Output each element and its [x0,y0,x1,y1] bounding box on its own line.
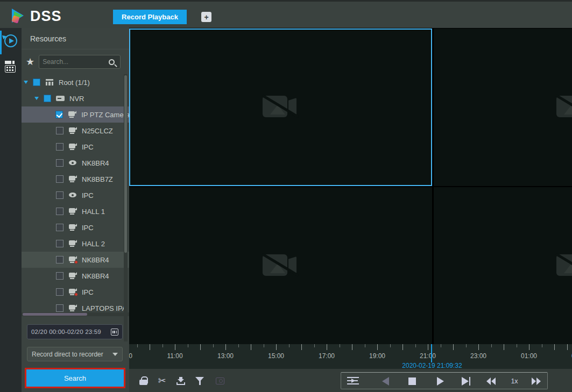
camera-icon [68,175,78,183]
tree-item-camera[interactable]: IPC [22,187,129,203]
download-button[interactable] [174,374,187,387]
tree-item-camera[interactable]: IP PTZ Camera [22,106,129,123]
stop-icon [408,377,416,385]
tree-item-camera-offline[interactable]: NK8BR4 [22,252,129,268]
speed-down-button[interactable] [484,375,497,388]
add-tab-button[interactable]: + [201,12,211,22]
tree-item-camera[interactable]: N25CLCZ [22,123,129,139]
rewind-icon [486,377,496,385]
no-video-icon [263,94,298,119]
tree-item-camera-offline[interactable]: IPC [22,284,129,300]
tree-horizontal-scrollbar[interactable] [22,312,129,316]
tree-item-camera[interactable]: NK8BR4 [22,155,129,171]
camera-icon [68,208,78,215]
calendar-icon[interactable] [111,329,118,336]
camera-icon [68,127,78,134]
record-source-dropdown[interactable]: Record direct to recorder [27,347,123,361]
expand-arrow-icon[interactable] [34,97,39,100]
checkbox[interactable] [56,208,63,215]
nvr-icon [56,95,66,102]
resource-search-box [39,55,121,69]
time-label: 13:00 [209,352,242,360]
dss-logo-icon [12,8,28,25]
video-tile[interactable] [434,28,572,186]
camera-icon [68,304,78,312]
time-label: 21:00 [412,352,444,360]
playback-controls: 1x [341,372,548,389]
resource-search-input[interactable] [39,58,109,66]
playback-cursor[interactable] [431,344,432,362]
date-range-field[interactable]: 02/20 00:00-02/20 23:59 [27,324,123,339]
filter-button[interactable] [193,374,206,387]
checkbox[interactable] [56,191,63,199]
camera-offline-icon [68,256,78,263]
checkbox[interactable] [56,159,63,167]
search-icon[interactable] [109,59,115,65]
fisheye-camera-icon [68,191,78,199]
dss-logo-text: DSS [30,8,62,25]
tab-record-playback[interactable]: Record Playback [113,10,187,24]
search-button[interactable]: Search [26,369,124,387]
checkbox[interactable] [56,175,63,183]
timeline-ruler[interactable]: 09:00 11:00 13:00 15:00 17:00 19:00 21:0… [129,344,572,369]
next-frame-button[interactable] [460,375,472,388]
checkbox[interactable] [56,288,63,296]
camera-icon [68,224,78,231]
dss-logo: DSS [12,6,62,26]
tree-item-nvr[interactable]: NVR [22,90,129,106]
checkbox[interactable] [56,256,63,263]
download-icon [176,377,185,385]
nav-record-playback-button[interactable] [0,28,22,54]
sync-playback-button[interactable] [347,375,359,388]
next-frame-icon [462,377,471,386]
chevron-down-icon [112,353,118,356]
clip-button[interactable]: ✂ [156,374,168,387]
tree-item-camera[interactable]: IPC [22,139,129,155]
checkbox[interactable] [56,127,63,134]
checkbox[interactable] [55,111,63,118]
tag-button-disabled [214,374,227,387]
time-label: 19:00 [361,352,393,360]
tag-icon [216,377,224,384]
resources-panel: Resources ★ Root (1/1) NVR [22,28,129,392]
lock-icon [139,376,147,385]
no-video-icon [263,253,298,277]
checkbox[interactable] [56,240,63,247]
video-tile[interactable] [434,187,572,344]
playback-cursor-timestamp: 2020-02-19 21:09:32 [378,362,486,369]
resource-search-row: ★ [22,54,129,70]
tree-item-camera[interactable]: NK8BB7Z [22,171,129,187]
video-grid [129,28,572,344]
scissors-icon: ✂ [158,376,166,386]
camera-offline-icon [68,288,78,296]
tree-item-root[interactable]: Root (1/1) [22,74,129,90]
tree-vertical-scrollbar[interactable] [124,74,128,341]
favorites-star-icon[interactable]: ★ [26,57,34,67]
checkbox[interactable] [56,224,63,231]
expand-arrow-icon[interactable] [24,81,28,84]
nav-pos-playback-button[interactable] [0,54,22,80]
play-icon [437,377,444,386]
header-bar: DSS Record Playback + [0,0,572,28]
time-label: 11:00 [159,352,191,360]
checkbox[interactable] [56,304,63,312]
checkbox[interactable] [56,143,63,151]
tree-item-camera[interactable]: NK8BR4 [22,268,129,284]
time-label: 23:00 [462,352,495,360]
play-button[interactable] [434,375,447,388]
tree-item-camera[interactable]: HALL 1 [22,203,129,219]
reverse-play-icon [382,377,389,386]
speed-up-button[interactable] [530,375,543,388]
stop-button[interactable] [406,375,419,388]
checkbox[interactable] [44,95,51,102]
time-label: 17:00 [310,352,343,360]
reverse-play-button[interactable] [379,375,392,388]
checkbox[interactable] [33,79,40,86]
lock-record-button[interactable] [137,374,150,387]
timeline-major-ticks [129,344,572,350]
record-source-value: Record direct to recorder [27,351,112,358]
checkbox[interactable] [56,272,63,280]
camera-icon [68,111,77,118]
tree-item-camera[interactable]: HALL 2 [22,236,129,252]
tree-item-camera[interactable]: IPC [22,219,129,236]
